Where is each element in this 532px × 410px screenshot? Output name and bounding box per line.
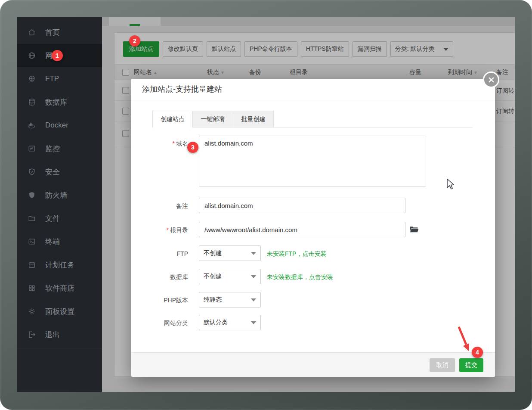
chevron-down-icon xyxy=(251,252,256,255)
db-select-value: 不创建 xyxy=(204,273,222,280)
modal-tabs: 创建站点 一键部署 批量创建 xyxy=(152,111,473,127)
ftp-select-value: 不创建 xyxy=(204,249,222,257)
ftp-install-link[interactable]: 未安装FTP，点击安装 xyxy=(267,249,326,258)
mouse-cursor xyxy=(446,178,456,190)
rootdir-input[interactable] xyxy=(199,222,405,237)
php-version-value: 纯静态 xyxy=(204,296,222,304)
folder-open-icon[interactable] xyxy=(409,225,419,234)
annotation-badge-3: 3 xyxy=(187,142,198,153)
site-category-label: 网站分类 xyxy=(131,319,188,327)
close-icon[interactable] xyxy=(483,71,499,88)
modal-footer: 取消 提交 xyxy=(131,352,495,377)
domain-textarea[interactable]: alist.domain.com xyxy=(199,136,426,186)
note-input[interactable] xyxy=(199,198,405,213)
php-version-label: PHP版本 xyxy=(131,296,188,304)
chevron-down-icon xyxy=(251,275,256,278)
annotation-arrow xyxy=(448,321,482,357)
rootdir-label: *根目录 xyxy=(131,226,188,234)
domain-label: *域名 xyxy=(131,139,188,148)
add-site-modal: 添加站点-支持批量建站 创建站点 一键部署 批量创建 *域名 alist.dom… xyxy=(131,79,495,377)
db-install-link[interactable]: 未安装数据库，点击安装 xyxy=(267,273,333,281)
site-category-value: 默认分类 xyxy=(204,319,228,326)
ftp-select[interactable]: 不创建 xyxy=(199,245,261,261)
required-mark: * xyxy=(167,227,169,233)
db-select[interactable]: 不创建 xyxy=(199,269,261,284)
tab-one-click-deploy[interactable]: 一键部署 xyxy=(193,111,233,127)
chevron-down-icon xyxy=(251,298,256,301)
chevron-down-icon xyxy=(251,321,256,324)
annotation-badge-2: 2 xyxy=(129,35,140,47)
modal-header-divider xyxy=(131,100,495,100)
tab-create-site[interactable]: 创建站点 xyxy=(152,111,193,128)
db-label: 数据库 xyxy=(131,273,188,281)
tab-batch-create[interactable]: 批量创建 xyxy=(233,111,274,127)
cancel-button[interactable]: 取消 xyxy=(430,358,455,372)
annotation-badge-1: 1 xyxy=(52,50,63,61)
site-category-select[interactable]: 默认分类 xyxy=(199,315,261,330)
required-mark: * xyxy=(173,140,175,147)
ftp-label: FTP xyxy=(131,249,188,258)
note-label: 备注 xyxy=(131,202,188,210)
modal-title: 添加站点-支持批量建站 xyxy=(142,79,222,100)
php-version-select[interactable]: 纯静态 xyxy=(199,292,261,308)
submit-button[interactable]: 提交 xyxy=(459,358,483,372)
